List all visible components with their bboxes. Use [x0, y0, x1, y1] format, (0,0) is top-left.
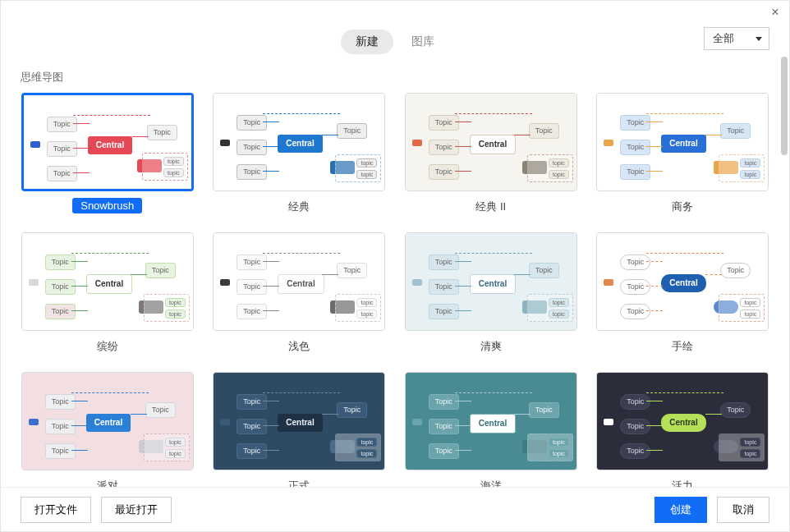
- create-button[interactable]: 创建: [655, 497, 707, 523]
- template-ocean[interactable]: CentralTopicTopicTopicTopictopictopic海洋: [404, 372, 578, 487]
- tab-new[interactable]: 新建: [341, 30, 393, 54]
- template-light[interactable]: CentralTopicTopicTopicTopictopictopic浅色: [213, 232, 387, 355]
- template-thumbnail: CentralTopicTopicTopicTopictopictopic: [213, 232, 385, 331]
- recent-files-button[interactable]: 最近打开: [101, 497, 172, 523]
- filter-selected-label: 全部: [713, 31, 734, 46]
- header: 新建图库 全部: [1, 27, 789, 57]
- template-thumbnail: CentralTopicTopicTopicTopictopictopic: [21, 372, 194, 470]
- template-label: 手绘: [664, 337, 701, 355]
- template-label: 正式: [280, 477, 318, 487]
- template-thumbnail: CentralTopicTopicTopicTopictopictopic: [213, 372, 385, 470]
- template-thumbnail: CentralTopicTopicTopicTopictopictopic: [213, 93, 385, 191]
- template-label: 活力: [664, 477, 701, 487]
- template-thumbnail: CentralTopicTopicTopicTopictopictopic: [21, 93, 194, 191]
- template-label: 缤纷: [89, 337, 126, 355]
- template-thumbnail: CentralTopicTopicTopicTopictopictopic: [596, 93, 769, 191]
- template-classic[interactable]: CentralTopicTopicTopicTopictopictopic经典: [213, 93, 387, 216]
- template-scroll-area[interactable]: 思维导图 CentralTopicTopicTopicTopictopictop…: [1, 57, 789, 487]
- tab-gallery[interactable]: 图库: [397, 30, 449, 54]
- template-thumbnail: CentralTopicTopicTopicTopictopictopic: [405, 372, 577, 470]
- close-button[interactable]: ×: [768, 5, 783, 20]
- section-title: 思维导图: [21, 70, 769, 85]
- template-thumbnail: CentralTopicTopicTopicTopictopictopic: [405, 232, 577, 331]
- template-party[interactable]: CentralTopicTopicTopicTopictopictopic派对: [21, 372, 195, 487]
- template-grid: CentralTopicTopicTopicTopictopictopicSno…: [21, 93, 769, 487]
- open-file-button[interactable]: 打开文件: [21, 497, 91, 523]
- template-label: 浅色: [280, 337, 318, 355]
- template-classic2[interactable]: CentralTopicTopicTopicTopictopictopic经典 …: [404, 93, 578, 216]
- template-formal[interactable]: CentralTopicTopicTopicTopictopictopic正式: [213, 372, 387, 487]
- template-thumbnail: CentralTopicTopicTopicTopictopictopic: [596, 232, 769, 331]
- template-label: 海洋: [472, 477, 510, 487]
- category-filter-dropdown[interactable]: 全部: [704, 27, 769, 50]
- cancel-button[interactable]: 取消: [717, 497, 769, 523]
- template-label: Snowbrush: [72, 198, 142, 213]
- template-fresh[interactable]: CentralTopicTopicTopicTopictopictopic清爽: [404, 232, 578, 355]
- template-handdrawn[interactable]: CentralTopicTopicTopicTopictopictopic手绘: [596, 232, 770, 355]
- template-thumbnail: CentralTopicTopicTopicTopictopictopic: [21, 232, 194, 331]
- template-label: 派对: [89, 477, 126, 487]
- template-business[interactable]: CentralTopicTopicTopicTopictopictopic商务: [596, 93, 770, 216]
- footer: 打开文件 最近打开 创建 取消: [1, 487, 789, 531]
- tab-bar: 新建图库: [341, 30, 449, 54]
- vertical-scrollbar[interactable]: [781, 57, 788, 155]
- template-colorful[interactable]: CentralTopicTopicTopicTopictopictopic缤纷: [21, 232, 195, 355]
- template-label: 清爽: [472, 337, 510, 355]
- template-thumbnail: CentralTopicTopicTopicTopictopictopic: [405, 93, 577, 191]
- template-label: 经典 II: [467, 198, 514, 216]
- template-snowbrush[interactable]: CentralTopicTopicTopicTopictopictopicSno…: [21, 93, 195, 216]
- template-energy[interactable]: CentralTopicTopicTopicTopictopictopic活力: [596, 372, 770, 487]
- template-label: 商务: [664, 198, 701, 216]
- template-thumbnail: CentralTopicTopicTopicTopictopictopic: [596, 372, 769, 470]
- template-label: 经典: [280, 198, 318, 216]
